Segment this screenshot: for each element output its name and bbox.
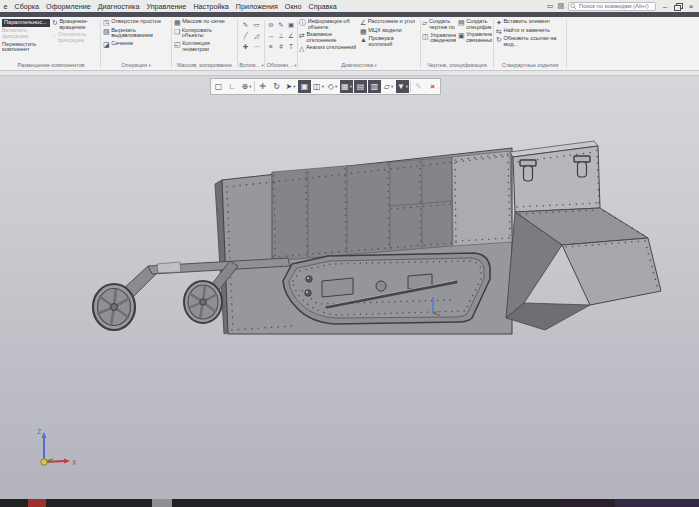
annotation-icon[interactable]: ≡ <box>269 43 273 50</box>
unfix-icon: ◌ <box>52 32 56 39</box>
command-search-input[interactable] <box>568 2 656 11</box>
create-specification-button[interactable]: ▤ Создать спецификац... <box>458 19 492 31</box>
aux-icon[interactable]: ✚ <box>243 43 248 51</box>
annotation-icon[interactable]: ▣ <box>288 21 294 29</box>
create-drawing-button[interactable]: ▱ Создать чертеж по шаблону <box>422 19 456 31</box>
taskbar-item[interactable] <box>28 499 46 507</box>
grid-pattern-icon: ▦ <box>174 19 181 26</box>
analysis-icon: △ <box>299 45 304 52</box>
cut-extrude-button[interactable]: ▨ Вырезать выдавливанием <box>103 28 169 40</box>
move-component-button[interactable]: Переместить компонент <box>2 42 50 54</box>
taskbar[interactable] <box>0 499 699 507</box>
panel-diagnostics: ⓘ Информация об объекте ⇄ Взаимное откло… <box>299 17 419 70</box>
taskbar-item[interactable] <box>560 499 615 507</box>
panel-label: Массив, копирование <box>173 61 236 70</box>
cut-extrude-icon: ▨ <box>103 28 110 35</box>
panel-label: Стандартные изделия <box>495 61 565 70</box>
aux-icon[interactable]: ╱ <box>244 32 248 40</box>
restore-button[interactable] <box>674 3 682 10</box>
annotation-icon[interactable]: ⊥ <box>278 32 284 40</box>
panel-auxiliary: ✎ ▭ ╱ ◿ ✚ ⋯ Вспом... ▾ <box>239 17 264 70</box>
annotation-icon[interactable]: ↔ <box>268 32 275 39</box>
collision-check-button[interactable]: ▲ Проверка коллизий <box>360 36 418 48</box>
taskbar-item[interactable] <box>615 499 699 507</box>
annotation-icon[interactable]: ✎ <box>278 21 283 29</box>
insert-element-button[interactable]: ✦ Вставить элемент <box>496 19 564 26</box>
menu-item-assembly[interactable]: Сборка <box>11 2 43 11</box>
collision-icon: ▲ <box>360 36 367 43</box>
panel-standard-parts: ✦ Вставить элемент ⇆ Найти и заменить ↻ … <box>495 17 565 70</box>
grid-pattern-button[interactable]: ▦ Массив по сетке <box>174 19 235 26</box>
aux-icon[interactable]: ▭ <box>253 21 259 29</box>
panel-pattern-copy: ▦ Массив по сетке ❏ Копировать объекты ◱… <box>173 17 236 70</box>
mass-properties-icon: ▦ <box>360 28 367 35</box>
tank-model[interactable]: Z X <box>0 76 699 499</box>
manage-info-icon: ◫ <box>422 33 429 40</box>
distance-angle-button[interactable]: ∠ Расстояние и угол <box>360 19 418 26</box>
menu-item-truncated[interactable]: е <box>0 2 11 11</box>
panel-label: Вспом... ▾ <box>239 61 264 70</box>
rotation-rotation-button[interactable]: ↻ Вращение-вращение <box>52 19 100 31</box>
panels-icon[interactable]: ▭ <box>547 2 554 10</box>
menu-item-diagnostics[interactable]: Диагностика <box>94 2 143 11</box>
menu-item-help[interactable]: Справка <box>305 2 340 11</box>
find-replace-button[interactable]: ⇆ Найти и заменить <box>496 28 564 35</box>
menu-item-settings[interactable]: Настройка <box>190 2 232 11</box>
copy-objects-icon: ❏ <box>174 28 180 35</box>
screens-icon[interactable]: ▨ <box>557 2 564 10</box>
manage-linked-icon: ▣ <box>458 32 465 39</box>
menu-bar: е Сборка Оформление Диагностика Управлен… <box>0 0 699 12</box>
taskbar-item[interactable] <box>152 499 172 507</box>
aux-icon[interactable]: ✎ <box>243 21 248 29</box>
panel-caret-icon: ▾ <box>149 63 151 68</box>
minimize-button[interactable]: – <box>660 2 670 11</box>
front-wheel <box>184 281 222 323</box>
kompas-3d-window: е Сборка Оформление Диагностика Управлен… <box>0 0 699 507</box>
simple-hole-button[interactable]: ◳ Отверстие простое <box>103 19 169 26</box>
mutual-deviation-button[interactable]: ⇄ Взаимное отклонение <box>299 32 358 44</box>
disable-fixation-button: ◌ Отключить фиксацию <box>52 32 100 44</box>
parallelism-button[interactable]: Параллельнос... <box>2 19 50 27</box>
update-links-button[interactable]: ↻ Обновить ссылки на мод... <box>496 36 564 48</box>
3d-viewport[interactable]: ▢ ∟ ⊕▾ ✛ ↻ ➤▾ ▣ ◫▾ ◇▾ ▦▾ ▤ ▥ ▱▾ ▼▾ ✎ × <box>0 76 699 499</box>
panel-drawing-specification: ▱ Создать чертеж по шаблону ◫ Управление… <box>422 17 492 70</box>
specification-icon: ▤ <box>458 19 465 26</box>
manage-info-button[interactable]: ◫ Управление сведениями ч... <box>422 33 456 45</box>
ribbon: Параллельнос... Включить фиксацию Переме… <box>0 17 699 71</box>
search-icon <box>570 3 577 10</box>
menu-item-management[interactable]: Управление <box>143 2 190 11</box>
panel-label: Чертеж, спецификация <box>422 61 492 70</box>
annotation-icon[interactable]: T <box>289 43 293 50</box>
deviation-analysis-button[interactable]: △ Анализ отклонений <box>299 45 358 52</box>
panel-label: Обознач... ▾ <box>266 61 297 70</box>
enable-fixation-button: Включить фиксацию <box>2 28 50 40</box>
copy-objects-button[interactable]: ❏ Копировать объекты <box>174 28 235 40</box>
panel-annotations: ⊘ ✎ ▣ ↔ ⊥ ∠ ≡ # T Обознач... ▾ <box>266 17 297 70</box>
find-replace-icon: ⇆ <box>496 28 502 35</box>
close-button[interactable]: × <box>686 2 696 11</box>
object-info-button[interactable]: ⓘ Информация об объекте <box>299 19 358 31</box>
info-icon: ⓘ <box>299 19 306 26</box>
section-icon: ◪ <box>103 41 110 48</box>
panel-operations: ◳ Отверстие простое ▨ Вырезать выдавлива… <box>102 17 170 70</box>
annotation-icon[interactable]: ∠ <box>288 32 294 40</box>
aux-icon[interactable]: ⋯ <box>253 43 260 51</box>
update-links-icon: ↻ <box>496 36 502 43</box>
world-origin-triad: Z X <box>37 428 77 466</box>
menu-item-design[interactable]: Оформление <box>43 2 95 11</box>
annotation-icon[interactable]: # <box>279 43 283 50</box>
menu-item-applications[interactable]: Приложения <box>232 2 281 11</box>
aux-icon[interactable]: ◿ <box>254 32 259 40</box>
geometry-collection-icon: ◱ <box>174 41 181 48</box>
deviation-icon: ⇄ <box>299 32 305 39</box>
geometry-collection-button[interactable]: ◱ Коллекция геометрии <box>174 41 235 53</box>
menu-item-window[interactable]: Окно <box>281 2 305 11</box>
z-axis-label: Z <box>37 428 42 435</box>
section-button[interactable]: ◪ Сечение <box>103 41 169 48</box>
manage-linked-button[interactable]: ▣ Управление связанными с... <box>458 32 492 44</box>
mass-properties-button[interactable]: ▦ МЦХ модели <box>360 28 418 35</box>
panel-component-placement: Параллельнос... Включить фиксацию Переме… <box>2 17 100 70</box>
annotation-icon[interactable]: ⊘ <box>268 21 273 29</box>
command-search <box>568 2 656 11</box>
drawing-icon: ▱ <box>422 19 427 26</box>
